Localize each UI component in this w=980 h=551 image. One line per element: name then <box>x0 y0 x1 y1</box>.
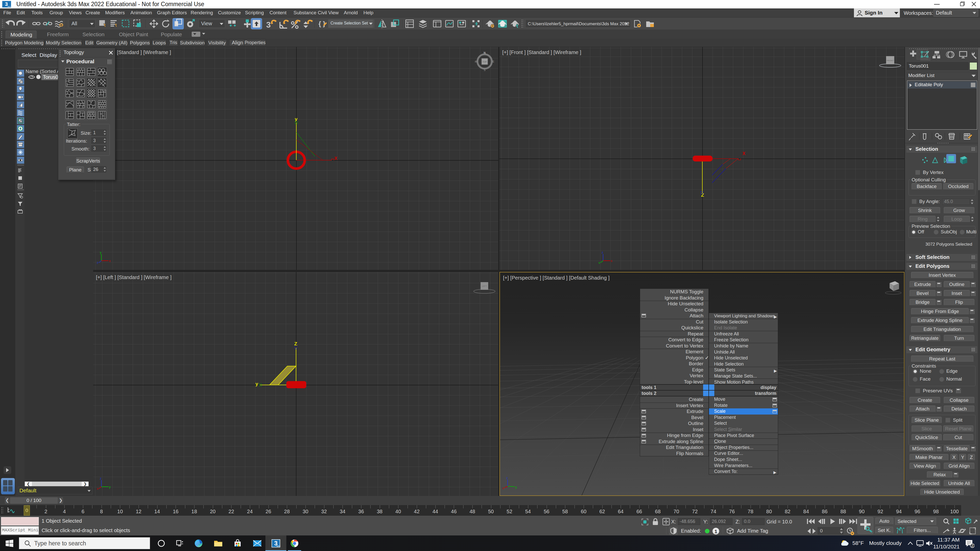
svg-text:FRONT: FRONT <box>886 59 894 62</box>
svg-text:MAX: MAX <box>7 6 11 7</box>
svg-text:S: S <box>484 68 485 71</box>
svg-text:z: z <box>601 251 603 254</box>
svg-text:3: 3 <box>266 20 271 29</box>
svg-text:y: y <box>109 485 111 489</box>
svg-text:y: y <box>100 251 102 254</box>
svg-text:N: N <box>484 52 486 54</box>
svg-text:y: y <box>598 261 600 264</box>
svg-text:LEFT: LEFT <box>482 285 487 287</box>
svg-text:z: z <box>100 477 102 480</box>
svg-text:y: y <box>515 485 517 489</box>
svg-text:x: x <box>109 259 111 263</box>
svg-text:x: x <box>503 486 504 489</box>
svg-text:2: 2 <box>971 544 974 548</box>
svg-text:W: W <box>475 60 477 63</box>
svg-text:MAX: MAX <box>277 545 280 547</box>
svg-text:E: E <box>492 60 494 63</box>
svg-text:x: x <box>611 259 612 263</box>
svg-text:z: z <box>506 476 508 480</box>
svg-text:x: x <box>97 487 99 490</box>
svg-text:z: z <box>97 261 99 264</box>
svg-text:TOP: TOP <box>483 61 487 63</box>
